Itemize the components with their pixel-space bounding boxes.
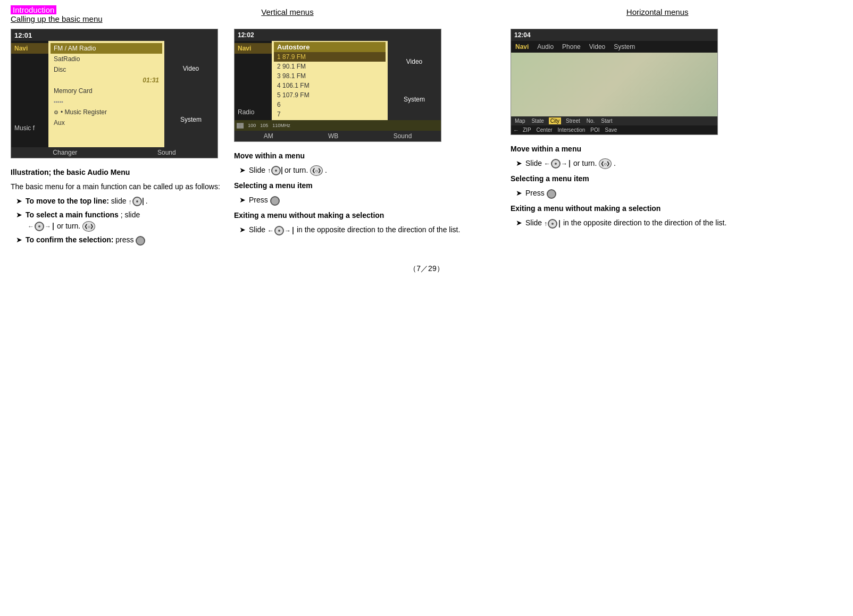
vm-list-header: Autostore <box>274 42 386 52</box>
vm-bottom: AM WB Sound <box>235 131 441 141</box>
hm-bn2-intersection: Intersection <box>556 126 587 133</box>
middle-arrow-3: ➤ <box>239 224 246 235</box>
middle-exit-rest: in the opposite direction to the directi… <box>297 225 460 234</box>
arrow-1: ➤ <box>16 196 22 207</box>
bullet2-rest: ; slide <box>121 210 140 219</box>
left-screen-bottom: Changer Sound <box>11 147 218 158</box>
arrow-2: ➤ <box>16 209 22 221</box>
middle-arrow-1: ➤ <box>239 165 246 176</box>
vm-top-bar: 12:02 <box>235 29 441 41</box>
right-dot: . <box>614 159 616 167</box>
right-press-icon <box>547 189 556 199</box>
hm-bottom-nav1: Map State City Street No. Start <box>511 116 717 125</box>
middle-turn-icon: 《○》 <box>310 165 323 176</box>
menu-fm-am: FM / AM Radio <box>51 43 162 54</box>
hm-bn-city: City <box>549 117 561 124</box>
map-bg <box>511 53 717 116</box>
right-press-label: Press <box>525 189 547 197</box>
vm-item-5: 5 107.9 FM <box>274 90 386 100</box>
vm-item-1: 1 87.9 FM <box>274 52 386 62</box>
hm-back-arrow: ← <box>513 127 519 133</box>
hm-bn-state: State <box>530 117 545 124</box>
bullet3-rest: press <box>115 235 136 244</box>
vm-item-3: 3 98.1 FM <box>274 71 386 81</box>
bullet-confirm: ➤ To confirm the selection: press <box>11 234 223 246</box>
bullet-select-main: ➤ To select a main functions ; slide ← →… <box>11 209 223 232</box>
slide-lr-icon: ← → <box>28 222 55 231</box>
right-screen: 12:04 Navi Audio Phone Video System <box>511 29 776 135</box>
sidebar-music: Music f <box>11 123 48 133</box>
left-description: The basic menu for a main function can b… <box>11 181 223 192</box>
right-arrow-2: ➤ <box>516 188 522 199</box>
right-text-section: Move within a menu ➤ Slide ← → or turn. … <box>511 144 776 231</box>
middle-text-section: Move within a menu ➤ Slide ↑ or turn. 《○… <box>234 150 500 238</box>
hm-nav-system: System <box>612 43 637 51</box>
vm-list: Autostore 1 87.9 FM 2 90.1 FM 3 98.1 FM … <box>272 41 388 120</box>
vm-sidebar-navi: Navi <box>235 43 272 54</box>
hm-bn2-center: Center <box>535 126 554 133</box>
middle-press-bullet: ➤ Press <box>234 195 500 206</box>
hm-bn2-zip: ZIP <box>521 126 533 133</box>
menu-clock: 01:31 <box>51 75 162 86</box>
hm-bn2-poi: POI <box>589 126 601 133</box>
vm-right-video: Video <box>406 58 422 65</box>
hm-bn-map: Map <box>513 117 526 124</box>
menu-music-register: ⚙• Music Register <box>51 107 162 117</box>
vertical-menus-title: Vertical menus <box>261 7 313 16</box>
middle-or-turn: or turn. <box>285 166 310 174</box>
right-turn-icon: 《○》 <box>599 158 612 169</box>
middle-exit-bullet: ➤ Slide ← → in the opposite direction to… <box>234 224 500 235</box>
vm-time: 12:02 <box>238 31 254 39</box>
middle-exit-slide: Slide <box>249 225 267 234</box>
menu-satradio: SatRadio <box>51 54 162 64</box>
hm-bottom-nav2: ← ZIP Center Intersection POI Save <box>511 125 717 134</box>
hm-time: 12:04 <box>514 31 531 39</box>
vm-main: Navi Radio Autostore 1 87.9 FM 2 90.1 FM… <box>235 41 441 120</box>
right-arrow-3: ➤ <box>516 217 522 229</box>
middle-arrow-2: ➤ <box>239 195 246 206</box>
vm-right: Video System <box>388 41 441 120</box>
middle-slide-label: Slide <box>249 166 267 174</box>
hm-nav-audio: Audio <box>535 43 556 51</box>
hm-bn-street: Street <box>564 117 582 124</box>
hm-map: NE ·NJ <box>511 53 717 116</box>
hm-nav-row: Navi Audio Phone Video System <box>511 41 717 53</box>
right-exit-icon: ↑ <box>544 219 561 229</box>
press-icon-left <box>136 236 145 246</box>
vm-bottom-am: AM <box>264 132 273 140</box>
vm-right-system: System <box>404 96 425 103</box>
sidebar-navi: Navi <box>11 43 48 54</box>
middle-select-title: Selecting a menu item <box>234 180 500 191</box>
middle-press-label: Press <box>249 196 270 204</box>
bullet2-label: To select a main functions <box>26 210 119 219</box>
hm-nav-navi: Navi <box>513 43 531 51</box>
left-screen-content: FM / AM Radio SatRadio Disc 01:31 Memory… <box>48 41 164 147</box>
right-arrow-1: ➤ <box>516 158 522 169</box>
vm-item-7: 7 <box>274 109 386 119</box>
bullet1-rest: slide <box>111 197 129 205</box>
right-system: System <box>180 116 202 123</box>
right-exit-slide: Slide <box>525 218 544 227</box>
left-screen: 12:01 Navi Music f FM / AM Radio SatRadi… <box>11 29 223 158</box>
right-slide-bullet: ➤ Slide ← → or turn. 《○》 . <box>511 158 776 169</box>
bullet1-dot: . <box>146 197 148 205</box>
or-turn-left: or turn. <box>57 222 82 230</box>
right-slide-label: Slide <box>525 159 544 167</box>
intro-label: Introduction <box>11 5 56 14</box>
left-title: Illustration; the basic Audio Menu <box>11 167 223 178</box>
vm-freq: ▓▓ 100 105 110MHz <box>235 120 441 131</box>
vm-bottom-wb: WB <box>328 132 338 140</box>
vm-sidebar-radio: Radio <box>235 107 272 117</box>
hm-top-bar: 12:04 <box>511 29 717 41</box>
vm-bottom-sound: Sound <box>394 132 412 140</box>
page-subtitle: Calling up the basic menu <box>11 14 103 23</box>
left-screen-sidebar: Navi Music f <box>11 41 48 147</box>
menu-gauge: ▪▪▪▪▪ <box>51 96 162 107</box>
hm-bn-no: No. <box>585 117 597 124</box>
middle-slide-icon: ↑ <box>267 166 282 175</box>
hm-bn-start: Start <box>599 117 614 124</box>
page-number: （7／29） <box>11 264 842 274</box>
middle-slide-bullet: ➤ Slide ↑ or turn. 《○》 . <box>234 165 500 176</box>
left-screen-time: 12:01 <box>14 31 32 39</box>
menu-memory-card: Memory Card <box>51 86 162 96</box>
